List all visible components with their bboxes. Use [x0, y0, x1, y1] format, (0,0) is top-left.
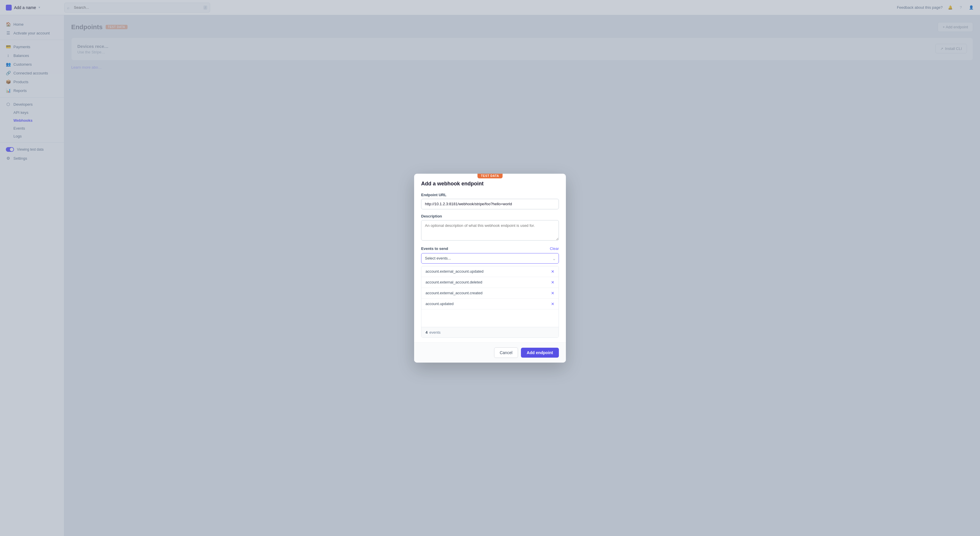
events-list: account.external_account.updated ✕ accou… [421, 266, 559, 338]
events-row: Events to send Clear [421, 246, 559, 251]
event-name-0: account.external_account.updated [425, 269, 484, 274]
description-label: Description [421, 214, 559, 219]
event-name-2: account.external_account.created [425, 291, 482, 295]
event-item-3: account.updated ✕ [422, 299, 558, 309]
description-textarea[interactable] [421, 220, 559, 241]
modal: TEST DATA Add a webhook endpoint Endpoin… [414, 174, 566, 362]
events-select[interactable]: Select events... [421, 253, 559, 263]
event-empty-area [422, 309, 558, 327]
event-item-1: account.external_account.deleted ✕ [422, 277, 558, 288]
event-name-1: account.external_account.deleted [425, 280, 482, 284]
modal-test-badge: TEST DATA [477, 174, 503, 179]
events-count-label: events [429, 330, 441, 335]
endpoint-url-input[interactable] [421, 199, 559, 209]
events-count: 4 [425, 330, 428, 335]
cancel-button[interactable]: Cancel [494, 348, 518, 358]
modal-overlay[interactable]: TEST DATA Add a webhook endpoint Endpoin… [0, 0, 980, 536]
event-remove-2[interactable]: ✕ [551, 291, 555, 295]
event-remove-1[interactable]: ✕ [551, 280, 555, 285]
events-footer: 4 events [422, 327, 558, 338]
add-endpoint-button[interactable]: Add endpoint [521, 348, 559, 357]
modal-body: Endpoint URL Description Events to send … [414, 193, 566, 343]
clear-link[interactable]: Clear [550, 246, 559, 251]
modal-title: Add a webhook endpoint [421, 181, 559, 187]
event-remove-0[interactable]: ✕ [551, 269, 555, 274]
event-item-2: account.external_account.created ✕ [422, 288, 558, 299]
endpoint-url-label: Endpoint URL [421, 193, 559, 197]
select-wrap: Select events... ⌄ [421, 253, 559, 263]
event-name-3: account.updated [425, 302, 453, 306]
event-remove-3[interactable]: ✕ [551, 302, 555, 306]
events-to-send-label: Events to send [421, 246, 448, 251]
event-item-0: account.external_account.updated ✕ [422, 266, 558, 277]
modal-footer: Cancel Add endpoint [414, 343, 566, 362]
